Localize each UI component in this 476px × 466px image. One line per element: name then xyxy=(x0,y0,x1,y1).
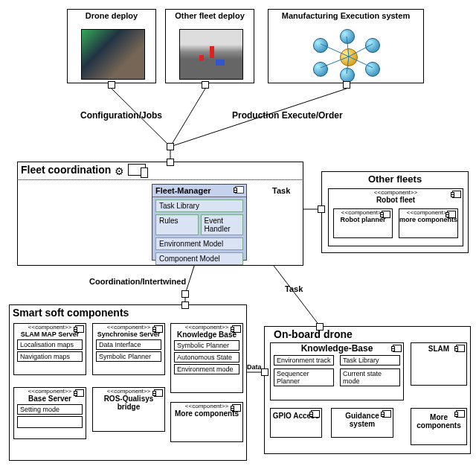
kb-autonomous-state: Autonomous State xyxy=(174,352,239,363)
onboard-task-lib: Task Library xyxy=(340,355,400,366)
svg-line-11 xyxy=(349,44,373,57)
edge-data: Data xyxy=(247,363,262,371)
svg-line-13 xyxy=(349,57,373,68)
port-drone-deploy xyxy=(108,81,115,89)
smart-more-components: <<component>> More components xyxy=(170,402,243,442)
port-onboard-left xyxy=(261,368,268,376)
edge-coord-intertwined: Coordination/Intertwined xyxy=(89,277,186,286)
guidance-system: Guidance system xyxy=(331,408,393,438)
fm-task-library: Task Library xyxy=(155,200,243,212)
fm-comp-model: Component Model xyxy=(155,252,243,265)
fleet-coordination-title: Fleet coordination xyxy=(18,162,303,177)
divider xyxy=(17,179,303,180)
onboard-kb: Knowledge-Base Environment track Task Li… xyxy=(270,342,404,400)
localisation-maps: Localisation maps xyxy=(17,339,83,350)
gpio-access: GPIO Access xyxy=(270,408,322,438)
svg-line-10 xyxy=(321,44,349,57)
edge-config-jobs: Configuration/Jobs xyxy=(80,110,162,121)
other-fleet-deploy-title: Other fleet deploy xyxy=(166,10,254,22)
drone-deploy-title: Drone deploy xyxy=(68,10,155,22)
svg-line-1 xyxy=(170,89,205,147)
setting-mode: Setting mode xyxy=(17,404,83,415)
other-fleet-deploy-image xyxy=(179,29,243,80)
mes-title: Manufacturing Execution system xyxy=(268,10,423,22)
kb-symbolic-planner: Symbolic Planner xyxy=(174,340,239,351)
env-track: Environment track xyxy=(274,355,334,366)
symbolic-planner: Symbolic Planner xyxy=(96,351,161,362)
onboard-more-components: More components xyxy=(411,408,467,445)
onboard-drone-title: On-board drone xyxy=(265,327,470,342)
of-more-components: <<component>> more components xyxy=(399,208,458,238)
port-mes xyxy=(343,81,350,89)
drone-deploy-image xyxy=(81,29,145,80)
synchronise-server: <<component>> Synchronise Server Data In… xyxy=(92,323,165,375)
port-junction xyxy=(167,143,174,150)
knowledge-base: <<component>> Knowledge Base Symbolic Pl… xyxy=(170,323,243,393)
devices-icon xyxy=(128,164,146,176)
svg-line-14 xyxy=(347,57,349,74)
fm-event-handler: Event Handler xyxy=(201,214,244,235)
mes-box: Manufacturing Execution system xyxy=(268,9,424,83)
svg-line-12 xyxy=(321,57,349,68)
port-smart-junction xyxy=(181,290,189,298)
svg-line-9 xyxy=(347,36,349,57)
fleet-manager-panel: Fleet-Manager Task Library Rules Event H… xyxy=(152,184,247,261)
drone-deploy-box: Drone deploy xyxy=(67,9,156,83)
base-server: <<component>> Base Server Setting mode xyxy=(13,387,86,439)
sequencer-planner: Sequencer Planner xyxy=(274,368,334,386)
edge-task1: Task xyxy=(272,186,290,195)
robot-planner-component: <<component>> Robot planner xyxy=(333,208,393,238)
setting-empty xyxy=(17,416,83,428)
onboard-slam: SLAM xyxy=(411,342,467,386)
other-fleets-title: Other fleets xyxy=(322,172,468,186)
port-onboard-top xyxy=(316,323,324,331)
port-fleet-coord-top xyxy=(167,159,174,166)
current-state-mode: Current state mode xyxy=(340,368,400,386)
other-fleets-box: Other fleets <<component>> Robot fleet <… xyxy=(321,171,469,253)
fleet-manager-title: Fleet-Manager xyxy=(152,185,246,197)
edge-task2: Task xyxy=(285,284,303,293)
smart-soft-title: Smart soft components xyxy=(10,305,246,320)
port-other-fleets xyxy=(318,205,325,213)
data-interface: Data Interface xyxy=(96,339,161,350)
fm-rules: Rules xyxy=(155,214,199,235)
kb-environment-mode: Environment mode xyxy=(174,364,239,374)
edge-prod-execute: Production Execute/Order xyxy=(232,110,343,121)
fm-env-model: Environment Model xyxy=(155,237,243,250)
ros-qualisys-bridge: <<component>> ROS-Qualisys bridge xyxy=(92,387,165,432)
robot-fleet-component: <<component>> Robot fleet <<component>> … xyxy=(328,188,463,246)
slam-map-server: <<component>> SLAM MAP Server Localisati… xyxy=(13,323,86,375)
port-other-fleet-deploy xyxy=(202,81,209,89)
other-fleet-deploy-box: Other fleet deploy xyxy=(165,9,254,83)
navigation-maps: Navigation maps xyxy=(17,351,83,362)
port-smart-top xyxy=(181,301,189,309)
gear-icon: ⚙ xyxy=(115,165,124,177)
